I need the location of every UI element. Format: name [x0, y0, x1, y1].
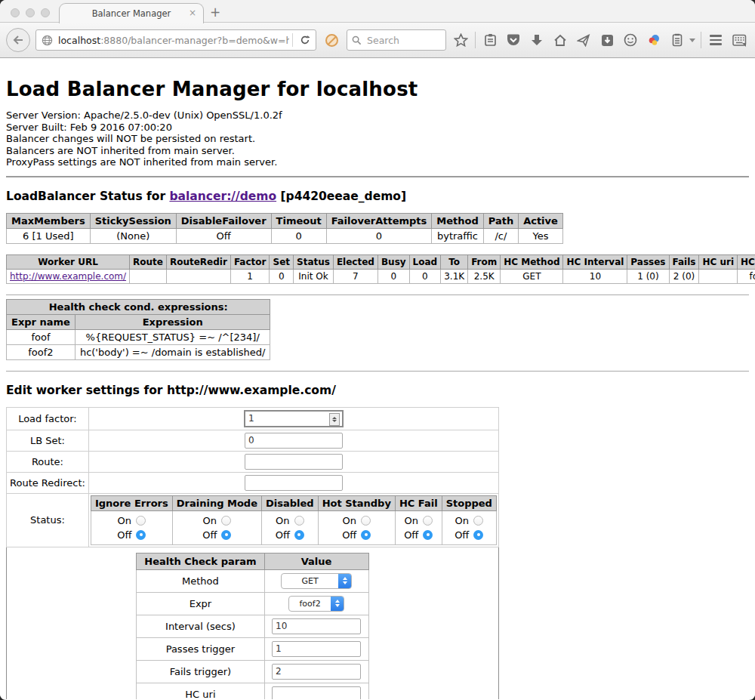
- hc-fails-input[interactable]: [272, 664, 361, 680]
- hc-fails-label: Fails trigger): [137, 660, 264, 683]
- balancer-summary-row: 6 [1 Used] (None) Off 0 0 bytraffic /c/ …: [7, 228, 563, 243]
- disabled-radios: On Off: [261, 510, 318, 544]
- route-redirect-input[interactable]: [245, 475, 343, 491]
- balancer-summary-table: MaxMembers StickySession DisableFailover…: [6, 213, 563, 244]
- page-title: Load Balancer Manager for localhost: [6, 78, 749, 100]
- hc-method-label: Method: [137, 569, 264, 592]
- stopped-on-radio[interactable]: [473, 516, 483, 526]
- worker-url-link[interactable]: http://www.example.com/: [10, 271, 126, 282]
- disabled-off-radio[interactable]: [294, 530, 304, 540]
- hc-interval-input[interactable]: [272, 618, 361, 634]
- status-label: Status:: [7, 493, 89, 547]
- status-options-table: Ignore Errors Draining Mode Disabled Hot…: [91, 495, 497, 545]
- navigation-toolbar: localhost:8880/balancer-manager?b=demo&w…: [0, 23, 755, 58]
- tab-close-icon[interactable]: ×: [189, 8, 196, 18]
- stopped-radios: On Off: [442, 510, 496, 544]
- hc-fail-on-radio[interactable]: [423, 516, 433, 526]
- keyboard-grid-icon[interactable]: [730, 29, 748, 51]
- route-redirect-label: Route Redirect:: [7, 472, 89, 493]
- proxypass-notice: ProxyPass settings are NOT inherited fro…: [6, 156, 749, 168]
- color-palette-icon[interactable]: [645, 29, 663, 51]
- bookmarks-clipboard-icon[interactable]: [481, 29, 499, 51]
- hc-uri-label: HC uri: [137, 683, 264, 699]
- disabled-on-radio[interactable]: [294, 516, 304, 526]
- url-path: :8880/balancer-manager?b=demo&w=http://w…: [100, 35, 289, 46]
- search-input[interactable]: [365, 34, 436, 47]
- hot-standby-on-radio[interactable]: [361, 516, 371, 526]
- reload-button[interactable]: [294, 35, 316, 45]
- tab-balancer-manager[interactable]: Balancer Manager ×: [59, 3, 204, 23]
- lb-set-input[interactable]: [245, 433, 343, 449]
- health-check-param-table: Health Check param Value Method GET: [136, 553, 368, 700]
- expr-row: foof %{REQUEST_STATUS} =~ /^[234]/: [7, 329, 270, 344]
- send-tab-icon[interactable]: [575, 29, 593, 51]
- divider: [6, 294, 749, 295]
- url-bar[interactable]: localhost:8880/balancer-manager?b=demo&w…: [35, 29, 316, 51]
- hot-standby-off-radio[interactable]: [361, 530, 371, 540]
- draining-mode-off-radio[interactable]: [221, 530, 231, 540]
- divider: [6, 176, 749, 177]
- url-text[interactable]: localhost:8880/balancer-manager?b=demo&w…: [58, 35, 289, 46]
- site-identity-globe-icon[interactable]: [42, 35, 53, 46]
- pocket-icon[interactable]: [504, 29, 522, 51]
- save-page-icon[interactable]: [598, 29, 616, 51]
- window-controls[interactable]: [11, 8, 50, 17]
- minimize-window-button[interactable]: [26, 8, 35, 17]
- balancer-demo-link[interactable]: balancer://demo: [169, 190, 276, 203]
- route-label: Route:: [7, 451, 89, 472]
- select-chevrons-icon: [331, 597, 344, 611]
- back-button[interactable]: [6, 28, 30, 52]
- number-stepper[interactable]: [329, 413, 340, 426]
- maximize-window-button[interactable]: [41, 8, 50, 17]
- divider: [6, 371, 749, 372]
- bookmark-star-icon[interactable]: [451, 29, 470, 51]
- ignore-errors-off-radio[interactable]: [136, 530, 146, 540]
- dropdown-caret-icon[interactable]: [689, 39, 695, 42]
- content-blocker-icon[interactable]: [322, 30, 341, 50]
- tab-title: Balancer Manager: [92, 8, 171, 19]
- hot-standby-radios: On Off: [318, 510, 395, 544]
- lb-set-label: LB Set:: [7, 430, 89, 451]
- worker-status-table: Worker URL Route RouteRedir Factor Set S…: [6, 254, 755, 284]
- sidebar-list-icon[interactable]: [668, 29, 686, 51]
- balancers-notice: Balancers are NOT inherited from main se…: [6, 145, 749, 157]
- forum-smiley-icon[interactable]: [621, 29, 639, 51]
- hc-passes-label: Passes trigger: [137, 637, 264, 660]
- balancer-status-heading: LoadBalancer Status for balancer://demo …: [6, 190, 749, 203]
- hc-expr-label: Expr: [137, 592, 264, 615]
- hc-method-select[interactable]: GET: [281, 573, 352, 589]
- hc-interval-label: Interval (secs): [137, 615, 264, 637]
- health-expressions-table: Health check cond. expressions: Expr nam…: [6, 299, 270, 360]
- search-icon: [352, 35, 362, 45]
- stopped-off-radio[interactable]: [473, 530, 483, 540]
- hc-fail-radios: On Off: [395, 510, 442, 544]
- server-built-line: Server Built: Feb 9 2016 07:00:20: [6, 122, 749, 134]
- hc-fail-off-radio[interactable]: [423, 530, 433, 540]
- browser-window: Balancer Manager × + localhost:8880/bala…: [0, 0, 755, 700]
- new-tab-button[interactable]: +: [210, 5, 220, 20]
- menu-hamburger-icon[interactable]: [707, 29, 725, 51]
- edit-worker-heading: Edit worker settings for http://www.exam…: [6, 384, 749, 397]
- ignore-errors-radios: On Off: [91, 510, 172, 544]
- page-content: Load Balancer Manager for localhost Serv…: [0, 58, 755, 699]
- server-version-line: Server Version: Apache/2.5.0-dev (Unix) …: [6, 109, 749, 122]
- hc-passes-input[interactable]: [272, 641, 361, 657]
- persist-notice: Balancer changes will NOT be persisted o…: [6, 133, 749, 145]
- hc-expr-select[interactable]: foof2: [288, 596, 344, 612]
- close-window-button[interactable]: [11, 8, 20, 17]
- downloads-icon[interactable]: [528, 29, 546, 51]
- tab-bar: Balancer Manager × +: [0, 0, 755, 23]
- hc-uri-input[interactable]: [272, 686, 361, 700]
- select-chevrons-icon: [338, 574, 351, 588]
- expr-row: foof2 hc('body') =~ /domain is establish…: [7, 344, 270, 359]
- search-box[interactable]: [347, 29, 446, 51]
- draining-mode-radios: On Off: [172, 510, 261, 544]
- draining-mode-on-radio[interactable]: [221, 516, 231, 526]
- worker-row: http://www.example.com/ 1 0 Init Ok 7 0 …: [7, 269, 755, 283]
- expr-table-title: Health check cond. expressions:: [7, 299, 270, 314]
- load-factor-label: Load factor:: [7, 407, 89, 430]
- ignore-errors-on-radio[interactable]: [136, 516, 146, 526]
- home-icon[interactable]: [551, 29, 569, 51]
- route-input[interactable]: [245, 454, 343, 470]
- edit-worker-form: Load factor: LB Set: Route: Route Redire…: [6, 407, 499, 700]
